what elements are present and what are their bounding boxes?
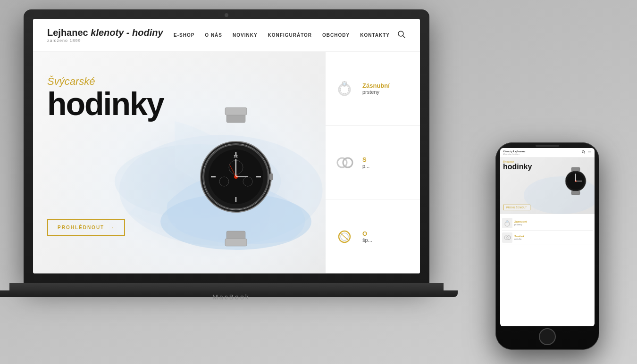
search-icon[interactable] [397, 30, 406, 41]
phone-prohlednout-button[interactable]: PROHLÉDNOUT [503, 205, 530, 210]
logo-founded: založeno 1899 [47, 38, 163, 43]
logo: Lejhanec klenoty - hodiny založeno 1899 [47, 27, 163, 43]
svg-line-1 [403, 35, 405, 38]
zasnubni-ring-image [330, 74, 359, 103]
svg-point-53 [507, 221, 508, 223]
phone-snubni-img [502, 232, 512, 243]
phone-thumb-snubni[interactable]: Snubní obruče [502, 231, 593, 245]
hero-section: Švýcarské hodinky [33, 52, 420, 273]
thumb-snubni-title: S [362, 156, 369, 163]
svg-point-29 [343, 83, 346, 85]
svg-point-55 [507, 236, 511, 240]
nav-onas[interactable]: O NÁS [205, 33, 222, 38]
thumb-snubni-sub: p... [362, 163, 369, 169]
snubni-ring-image [330, 149, 359, 177]
thumb-zasnubni[interactable]: Zásnubní prsteny [326, 52, 420, 126]
phone-thumb-zasnubni-sub: prsteny [514, 223, 527, 226]
hero-btn-arrow: → [109, 225, 115, 230]
logo-subtitle: klenoty - hodiny [91, 27, 163, 38]
phone-thumb-snubni-text: Snubní obruče [514, 235, 524, 240]
phone-menu-icon[interactable] [587, 150, 592, 155]
phone-zasnubni-img [502, 218, 512, 228]
svg-rect-11 [226, 114, 245, 123]
thumb-snubni[interactable]: S p... [326, 126, 420, 200]
nav-links: E-SHOP O NÁS NOVINKY KONFIGURÁTOR OBCHOD… [174, 33, 390, 38]
nav-konfigurator[interactable]: KONFIGURÁTOR [268, 33, 312, 38]
scene: Lejhanec klenoty - hodiny založeno 1899 … [0, 0, 637, 364]
hero-main: Švýcarské hodinky [33, 52, 326, 273]
thumb-sperky[interactable]: O šp... [326, 199, 420, 273]
svg-line-39 [584, 153, 585, 154]
watch-svg: 12 [153, 85, 318, 264]
nav-kontakty[interactable]: KONTAKTY [360, 33, 390, 38]
thumb-snubni-text: S p... [362, 156, 369, 169]
nav-novinky[interactable]: NOVINKY [233, 33, 258, 38]
prohlednout-button[interactable]: PROHLÉDNOUT → [47, 219, 125, 236]
phone-logo: Klenoty Lejhanec klenoty-hodiny [503, 150, 581, 155]
phone-nav-icons [581, 150, 592, 155]
phone-hero-text: Švýcarské hodinky [503, 160, 532, 171]
phone-home-button[interactable] [539, 328, 556, 345]
phone-screen: Klenoty Lejhanec klenoty-hodiny [500, 148, 595, 326]
website: Lejhanec klenoty - hodiny založeno 1899 … [33, 19, 420, 273]
phone-btn-label: PROHLÉDNOUT [506, 206, 527, 209]
logo-brand: Lejhanec [47, 27, 88, 38]
phone-hero-section: Švýcarské hodinky [500, 157, 595, 214]
svg-point-34 [343, 158, 352, 167]
svg-point-26 [339, 84, 350, 95]
svg-rect-12 [225, 108, 247, 115]
svg-rect-49 [571, 167, 580, 171]
thumb-zasnubni-text: Zásnubní prsteny [362, 82, 390, 95]
svg-text:12: 12 [234, 154, 238, 158]
svg-rect-50 [571, 191, 580, 195]
phone-thumbnail-list: Zásnubní prsteny [500, 214, 595, 247]
phone-watch-svg [559, 160, 592, 202]
phone-website-content: Klenoty Lejhanec klenoty-hodiny [500, 148, 595, 326]
laptop-body: Lejhanec klenoty - hodiny založeno 1899 … [24, 9, 429, 283]
logo-text: Lejhanec klenoty - hodiny [47, 27, 163, 38]
phone-thumb-zasnubni[interactable]: Zásnubní prsteny [502, 216, 593, 231]
laptop-screen: Lejhanec klenoty - hodiny založeno 1899 … [33, 19, 420, 273]
phone-device: Klenoty Lejhanec klenoty-hodiny [495, 142, 599, 350]
nav-obchody[interactable]: OBCHODY [322, 33, 350, 38]
hero-text-block: Švýcarské hodinky [47, 75, 164, 120]
nav-eshop[interactable]: E-SHOP [174, 33, 194, 38]
thumb-zasnubni-sub: prsteny [362, 89, 390, 95]
phone-thumb-snubni-sub: obruče [514, 238, 524, 240]
phone-body: Klenoty Lejhanec klenoty-hodiny [495, 142, 599, 350]
thumb-sperky-sub: šp... [362, 237, 372, 243]
svg-line-31 [342, 82, 343, 82]
hero-main-label: hodinky [47, 88, 164, 120]
thumb-sperky-text: O šp... [362, 230, 372, 243]
hero-btn-label: PROHLÉDNOUT [58, 225, 104, 230]
phone-hodinky-label: hodinky [503, 163, 532, 171]
laptop-brand-label: MacBook [212, 293, 250, 301]
phone-nav: Klenoty Lejhanec klenoty-hodiny [500, 148, 595, 157]
svg-line-32 [346, 82, 347, 82]
thumb-sperky-title: O [362, 230, 372, 237]
phone-search-icon[interactable] [581, 150, 586, 155]
phone-speaker [536, 145, 559, 147]
laptop-device: Lejhanec klenoty - hodiny založeno 1899 … [24, 9, 439, 330]
thumbnail-panel: Zásnubní prsteny [326, 52, 420, 273]
phone-thumb-zasnubni-text: Zásnubní prsteny [514, 220, 527, 226]
svg-rect-6 [225, 239, 247, 246]
thumb-zasnubni-title: Zásnubní [362, 82, 390, 89]
website-nav: Lejhanec klenoty - hodiny založeno 1899 … [33, 19, 420, 52]
sperky-image [330, 222, 359, 250]
laptop-camera [225, 13, 228, 17]
svg-rect-5 [226, 231, 245, 240]
watch-image: 12 [137, 75, 326, 273]
svg-rect-10 [269, 174, 273, 180]
svg-point-38 [582, 151, 585, 153]
